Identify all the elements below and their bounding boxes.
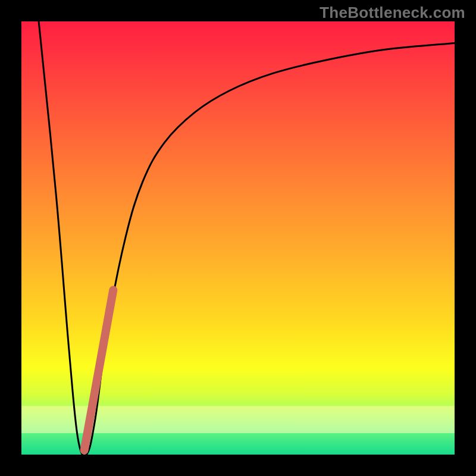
chart-frame: TheBottleneck.com (0, 0, 476, 476)
chart-svg (21, 21, 455, 455)
accent-segment (84, 290, 114, 450)
watermark: TheBottleneck.com (320, 4, 465, 22)
plot-area (21, 21, 455, 455)
main-curve (39, 21, 455, 456)
